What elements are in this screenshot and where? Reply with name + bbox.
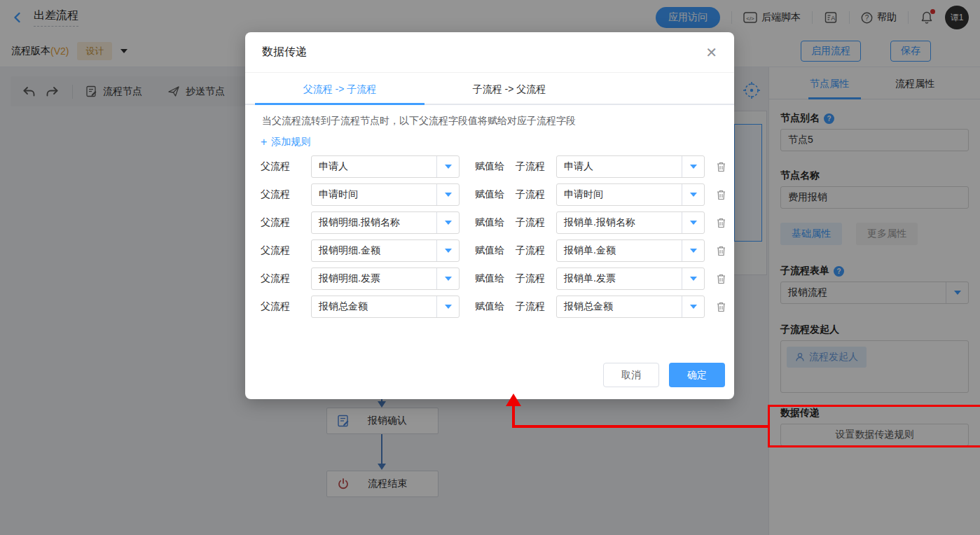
parent-label: 父流程 (261, 160, 293, 173)
rule-row: 父流程 报销总金额 赋值给 子流程 报销总金额 (245, 296, 734, 318)
modal-tabs: 父流程 -> 子流程 子流程 -> 父流程 (245, 73, 734, 105)
chevron-down-icon (445, 249, 452, 253)
parent-label: 父流程 (261, 188, 293, 201)
child-label: 子流程 (516, 244, 546, 257)
child-label: 子流程 (516, 272, 546, 285)
modal-footer: 取消 确定 (603, 363, 725, 387)
child-label: 子流程 (516, 188, 546, 201)
select-caret (436, 296, 459, 317)
cancel-button[interactable]: 取消 (603, 363, 659, 387)
parent-field-select[interactable]: 报销明细.发票 (311, 268, 460, 290)
parent-label: 父流程 (261, 244, 293, 257)
assign-label: 赋值给 (475, 216, 506, 229)
add-rule-button[interactable]: + 添加规则 (261, 136, 310, 148)
parent-label: 父流程 (261, 216, 293, 229)
delete-rule-button[interactable] (716, 245, 726, 256)
chevron-down-icon (690, 221, 697, 225)
delete-rule-button[interactable] (716, 301, 726, 312)
chevron-down-icon (690, 193, 697, 197)
child-field-select[interactable]: 报销单.报销名称 (556, 211, 705, 234)
parent-field-select[interactable]: 报销明细.金额 (311, 239, 460, 262)
rule-row: 父流程 报销明细.发票 赋值给 子流程 报销单.发票 (245, 268, 734, 290)
chevron-down-icon (690, 277, 697, 281)
child-field-select[interactable]: 报销单.发票 (556, 268, 705, 290)
child-field-select[interactable]: 申请时间 (556, 183, 705, 206)
delete-rule-button[interactable] (716, 161, 726, 172)
rule-row: 父流程 申请时间 赋值给 子流程 申请时间 (245, 183, 734, 206)
delete-rule-button[interactable] (716, 189, 726, 200)
chevron-down-icon (445, 277, 452, 281)
rule-row: 父流程 申请人 赋值给 子流程 申请人 (245, 155, 734, 178)
modal-header: 数据传递 ✕ (245, 32, 734, 73)
select-caret (682, 268, 704, 289)
select-caret (682, 296, 704, 317)
select-caret (436, 184, 459, 205)
select-caret (436, 156, 459, 177)
assign-label: 赋值给 (475, 272, 506, 285)
close-icon[interactable]: ✕ (705, 46, 717, 60)
modal-title: 数据传递 (262, 45, 307, 60)
parent-field-select[interactable]: 报销明细.报销名称 (311, 211, 460, 234)
confirm-button[interactable]: 确定 (669, 363, 725, 387)
child-field-select[interactable]: 报销单.金额 (556, 239, 705, 262)
chevron-down-icon (445, 221, 452, 225)
assign-label: 赋值给 (475, 244, 506, 257)
delete-rule-button[interactable] (716, 217, 726, 228)
select-caret (436, 240, 459, 261)
select-caret (682, 240, 704, 261)
parent-label: 父流程 (261, 272, 293, 285)
select-caret (436, 212, 459, 233)
rule-row: 父流程 报销明细.金额 赋值给 子流程 报销单.金额 (245, 239, 734, 262)
select-caret (436, 268, 459, 289)
child-label: 子流程 (516, 216, 546, 229)
chevron-down-icon (445, 193, 452, 197)
child-field-select[interactable]: 申请人 (556, 155, 705, 178)
active-tab-indicator (255, 103, 425, 105)
plus-icon: + (261, 136, 267, 148)
select-caret (682, 212, 704, 233)
modal-description: 当父流程流转到子流程节点时，以下父流程字段值将赋给对应子流程字段 (262, 115, 717, 127)
chevron-down-icon (690, 165, 697, 169)
assign-label: 赋值给 (475, 300, 506, 313)
tab-child-to-parent[interactable]: 子流程 -> 父流程 (425, 73, 594, 105)
chevron-down-icon (690, 249, 697, 253)
child-label: 子流程 (516, 160, 546, 173)
parent-field-select[interactable]: 申请时间 (311, 183, 460, 206)
child-field-select[interactable]: 报销总金额 (556, 296, 705, 318)
chevron-down-icon (445, 165, 452, 169)
select-caret (682, 156, 704, 177)
parent-label: 父流程 (261, 300, 293, 313)
parent-field-select[interactable]: 申请人 (311, 155, 460, 178)
parent-field-select[interactable]: 报销总金额 (311, 296, 460, 318)
select-caret (682, 184, 704, 205)
rule-row: 父流程 报销明细.报销名称 赋值给 子流程 报销单.报销名称 (245, 211, 734, 234)
tab-parent-to-child[interactable]: 父流程 -> 子流程 (255, 73, 425, 105)
chevron-down-icon (690, 305, 697, 309)
assign-label: 赋值给 (475, 188, 506, 201)
child-label: 子流程 (516, 300, 546, 313)
assign-label: 赋值给 (475, 160, 506, 173)
app-root: 出差流程 应用访问 </> 后端脚本 A ? 帮助 (0, 0, 980, 535)
data-transfer-modal: 数据传递 ✕ 父流程 -> 子流程 子流程 -> 父流程 当父流程流转到子流程节… (245, 32, 734, 399)
rule-list: 父流程 申请人 赋值给 子流程 申请人 父流程 申请时间 赋值给 子流程 申请时… (245, 155, 734, 318)
delete-rule-button[interactable] (716, 273, 726, 284)
chevron-down-icon (445, 305, 452, 309)
